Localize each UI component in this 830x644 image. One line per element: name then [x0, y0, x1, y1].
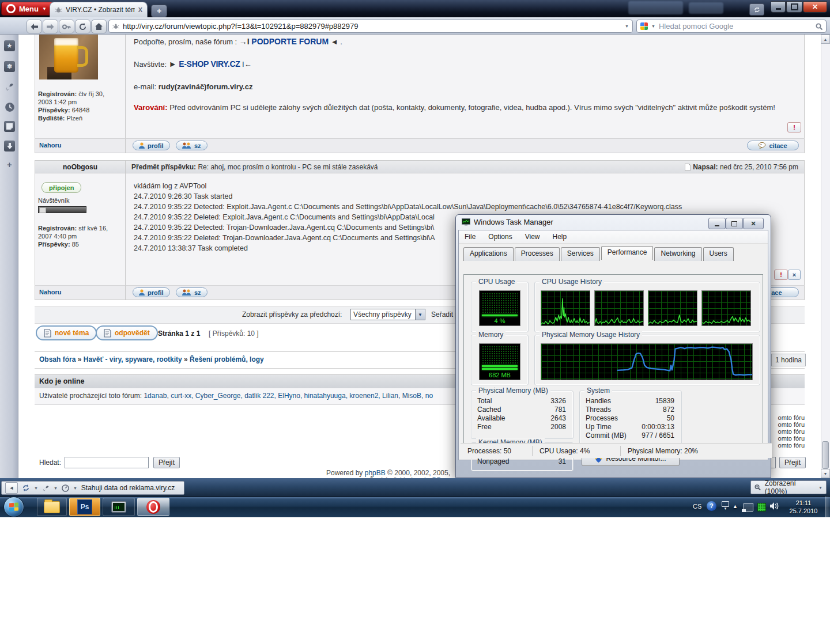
unite-dropdown-icon[interactable]: ▼: [54, 486, 58, 490]
show-desktop-button[interactable]: [825, 497, 830, 517]
wand-password-button[interactable]: [59, 20, 74, 33]
scrollbar-thumb[interactable]: [822, 441, 829, 469]
private-message-button[interactable]: sz: [176, 141, 207, 150]
scroll-down-button[interactable]: ▼: [821, 469, 830, 478]
url-dropdown-icon[interactable]: ▼: [625, 24, 629, 28]
tray-window-icon[interactable]: ▼: [722, 501, 729, 510]
task-manager-titlebar[interactable]: Windows Task Manager: [462, 218, 553, 226]
url-input[interactable]: [123, 22, 621, 31]
window-minimize-button[interactable]: [771, 1, 786, 13]
taskbar-photoshop-button[interactable]: Ps: [69, 498, 100, 516]
window-close-button[interactable]: ✕: [803, 1, 827, 13]
menu-file[interactable]: File: [465, 233, 476, 241]
search-engine-dropdown-icon[interactable]: ▼: [651, 24, 655, 28]
tab-services[interactable]: Services: [561, 247, 600, 261]
profile-button[interactable]: profil: [133, 287, 170, 297]
tm-minimize-button[interactable]: [708, 218, 726, 229]
quote-button[interactable]: " citace: [747, 141, 799, 150]
forum-search-go-button[interactable]: Přejít: [153, 457, 180, 468]
online-users-links[interactable]: 1danab, curt-xx, Cyber_George, datlik 22…: [144, 392, 433, 400]
eshop-link[interactable]: E-SHOP VIRY.CZ: [179, 59, 240, 69]
reply-button[interactable]: odpovědět: [96, 325, 158, 340]
new-tab-button[interactable]: +: [151, 5, 167, 17]
tray-help-icon[interactable]: ?: [707, 501, 716, 511]
task-manager-icon: [111, 501, 126, 513]
forward-button[interactable]: [43, 20, 58, 33]
bookmarks-panel-icon[interactable]: ★: [4, 40, 15, 51]
add-panel-icon[interactable]: +: [4, 159, 15, 170]
support-forum-link[interactable]: PODPORTE FORUM: [251, 37, 329, 46]
tray-show-hidden-icon[interactable]: ▲: [733, 503, 738, 509]
windows-flag-icon: [9, 502, 18, 511]
display-posts-label: Zobrazit příspěvky za předchozí:: [242, 310, 342, 319]
top-link[interactable]: Nahoru: [39, 289, 62, 296]
report-post-button[interactable]: !: [774, 270, 788, 280]
collapse-toolbar-button[interactable]: ◄: [5, 482, 18, 494]
breadcrumb-separator: »: [184, 355, 188, 363]
tab-processes[interactable]: Processes: [515, 247, 560, 261]
browser-tab[interactable]: VIRY.CZ • Zobrazit tém... X: [50, 2, 148, 17]
report-post-button[interactable]: !: [787, 122, 801, 132]
post1-visit-line: Navštivte: ► E-SHOP VIRY.CZ I←: [134, 59, 252, 69]
delete-post-button[interactable]: ×: [788, 270, 801, 280]
unite-icon[interactable]: [42, 484, 50, 492]
tray-cpu-meter-icon[interactable]: [757, 503, 766, 512]
profile-button[interactable]: profil: [133, 141, 170, 150]
status-memory: Physical Memory: 20%: [621, 446, 705, 456]
menu-options[interactable]: Options: [488, 233, 512, 241]
minimize-icon: [776, 8, 781, 10]
search-icon[interactable]: [816, 23, 823, 30]
tray-volume-icon[interactable]: [770, 502, 779, 512]
sync-dropdown-icon[interactable]: ▼: [34, 486, 38, 490]
taskbar-opera-button[interactable]: [137, 498, 169, 516]
tab-close-icon[interactable]: X: [138, 6, 142, 13]
post2-author[interactable]: noObgosu: [35, 161, 125, 171]
timezone-fragment: 1 hodina: [771, 354, 806, 366]
history-panel-icon[interactable]: [4, 101, 15, 112]
zoom-control[interactable]: Zobrazení (100%) ▼: [750, 480, 827, 494]
page-scrollbar[interactable]: [821, 35, 830, 478]
turbo-gauge-icon[interactable]: [62, 484, 69, 492]
breadcrumb-forum-index[interactable]: Obsah fóra: [39, 355, 76, 363]
breadcrumb-category[interactable]: Havěť - viry, spyware, rootkity: [84, 355, 182, 363]
menu-help[interactable]: Help: [553, 233, 567, 241]
jump-go-button[interactable]: Přejít: [779, 457, 806, 468]
tm-maximize-button[interactable]: [726, 218, 743, 229]
menu-view[interactable]: View: [525, 233, 540, 241]
sync-icon[interactable]: [22, 484, 30, 491]
breadcrumb-forum[interactable]: Řešení problémů, logy: [190, 355, 264, 363]
downloads-panel-icon[interactable]: [4, 141, 15, 151]
taskbar-explorer-button[interactable]: [37, 498, 67, 516]
unite-panel-icon[interactable]: [4, 81, 15, 92]
top-link[interactable]: Nahoru: [39, 142, 62, 149]
tab-users[interactable]: Users: [703, 247, 734, 261]
tab-performance[interactable]: Performance: [601, 246, 654, 260]
closed-tabs-button[interactable]: [749, 3, 764, 16]
taskbar-task-manager-button[interactable]: [103, 498, 135, 516]
new-topic-button[interactable]: nové téma: [36, 325, 97, 340]
forum-search-input[interactable]: [65, 457, 149, 468]
tm-close-button[interactable]: ✕: [743, 218, 764, 229]
window-maximize-button[interactable]: [786, 1, 802, 13]
home-button[interactable]: [91, 20, 107, 33]
phpbb-link[interactable]: phpBB: [365, 469, 386, 477]
turbo-dropdown-icon[interactable]: ▼: [73, 486, 77, 490]
tab-networking[interactable]: Networking: [654, 247, 701, 261]
scroll-up-button[interactable]: ▲: [821, 35, 830, 44]
stat-label: Commit (MB): [586, 431, 627, 440]
opera-menu-button[interactable]: Menu ▼: [1, 2, 54, 16]
reload-button[interactable]: [75, 20, 90, 33]
profile-label: profil: [148, 142, 164, 149]
search-input[interactable]: [659, 22, 812, 31]
notes-panel-icon[interactable]: [4, 121, 15, 132]
widgets-panel-icon[interactable]: ✽: [4, 61, 15, 72]
tab-applications[interactable]: Applications: [463, 247, 514, 261]
tray-clock[interactable]: 21:11 25.7.2010: [785, 499, 822, 515]
start-button[interactable]: [2, 497, 25, 517]
display-posts-select[interactable]: Všechny příspěvky ▼: [350, 309, 425, 320]
tray-network-icon[interactable]: [744, 503, 753, 512]
private-message-button[interactable]: sz: [176, 287, 207, 297]
memory-fill-bar: [482, 365, 518, 367]
back-button[interactable]: [27, 20, 42, 33]
tray-language-indicator[interactable]: CS: [693, 503, 701, 510]
